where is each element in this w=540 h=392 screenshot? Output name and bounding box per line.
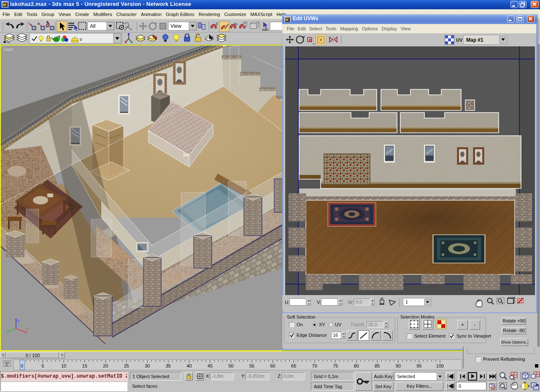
svg-text:3: 3 xyxy=(216,21,218,26)
svg-text:UV: UV xyxy=(456,38,463,43)
svg-text:95: 95 xyxy=(416,363,421,368)
svg-text:50: 50 xyxy=(228,363,233,368)
svg-text:Map #1: Map #1 xyxy=(466,37,483,43)
svg-text:70: 70 xyxy=(312,363,317,368)
svg-text:85: 85 xyxy=(375,363,380,368)
svg-text:90: 90 xyxy=(396,363,401,368)
svg-text:20: 20 xyxy=(103,363,108,368)
svg-text:z: z xyxy=(18,319,20,323)
svg-text:10: 10 xyxy=(61,363,66,368)
svg-text:30: 30 xyxy=(145,363,150,368)
svg-text:100: 100 xyxy=(436,363,444,368)
svg-text:0: 0 xyxy=(21,363,23,368)
svg-text:25: 25 xyxy=(124,363,129,368)
svg-text:All: All xyxy=(90,23,95,29)
svg-text:55: 55 xyxy=(249,363,254,368)
svg-text:x: x xyxy=(26,327,28,331)
svg-text:65: 65 xyxy=(291,363,296,368)
svg-text:15: 15 xyxy=(82,363,87,368)
svg-text:%: % xyxy=(234,22,238,26)
svg-text:View: View xyxy=(170,23,181,29)
svg-text:5: 5 xyxy=(41,363,44,368)
svg-text:35: 35 xyxy=(166,363,171,368)
svg-text:80: 80 xyxy=(354,363,359,368)
svg-text:75: 75 xyxy=(333,363,338,368)
svg-text:45: 45 xyxy=(208,363,213,368)
svg-text:ABC: ABC xyxy=(262,28,269,32)
svg-text:0: 0 xyxy=(80,37,82,42)
svg-text:60: 60 xyxy=(270,363,275,368)
svg-text:40: 40 xyxy=(186,363,192,368)
